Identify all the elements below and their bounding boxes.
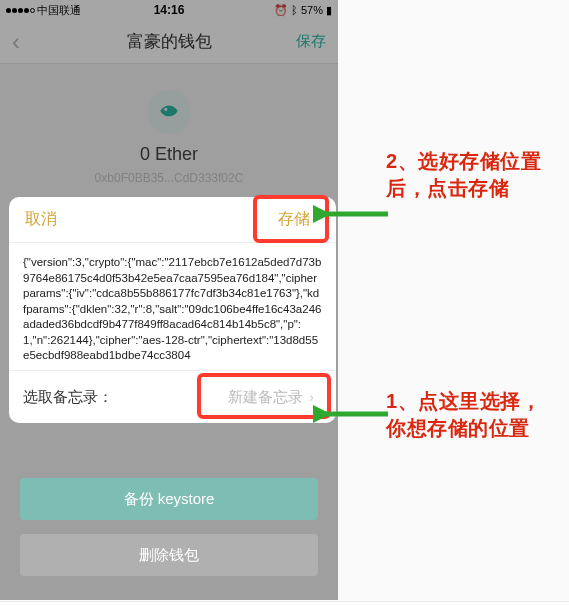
sheet-header: 取消 存储 bbox=[9, 197, 336, 243]
memo-label: 选取备忘录： bbox=[23, 388, 113, 407]
export-sheet: 取消 存储 {"version":3,"crypto":{"mac":"2117… bbox=[9, 197, 336, 423]
annotations: 2、选好存储位置后，点击存储 1、点这里选择，你想存储的位置 bbox=[352, 0, 569, 600]
backup-keystore-button[interactable]: 备份 keystore bbox=[20, 478, 318, 520]
cancel-button[interactable]: 取消 bbox=[25, 209, 57, 230]
keystore-json: {"version":3,"crypto":{"mac":"2117ebcb7e… bbox=[9, 243, 336, 371]
footer-divider bbox=[0, 601, 569, 605]
highlight-store bbox=[256, 198, 326, 240]
bottom-buttons: 备份 keystore 删除钱包 bbox=[20, 478, 318, 576]
highlight-memo bbox=[200, 376, 328, 416]
memo-row: 选取备忘录： 新建备忘录 › bbox=[9, 371, 336, 423]
annotation-1: 1、点这里选择，你想存储的位置 bbox=[386, 388, 561, 442]
phone-screen: 中国联通 14:16 ⏰ ᛒ 57% ▮ ‹ 富豪的钱包 保存 0 Ether … bbox=[0, 0, 338, 600]
annotation-2: 2、选好存储位置后，点击存储 bbox=[386, 148, 561, 202]
delete-wallet-button[interactable]: 删除钱包 bbox=[20, 534, 318, 576]
